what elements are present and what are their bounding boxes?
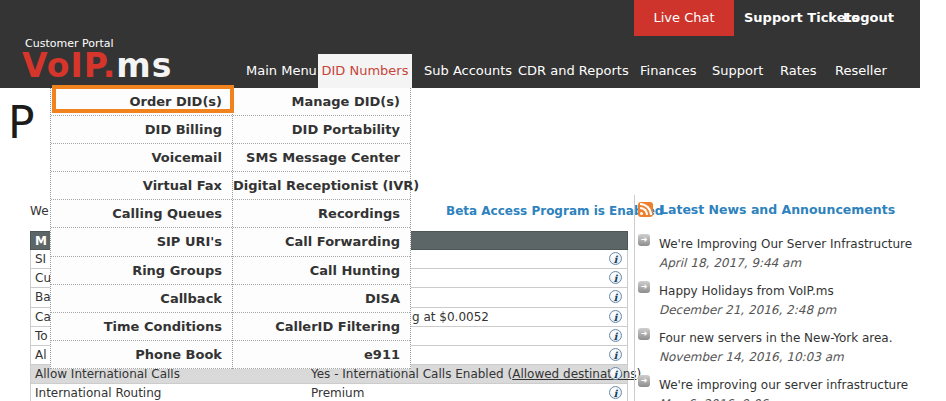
row-value: Yes - International Calls Enabled (Allow… (311, 367, 641, 381)
logout-link[interactable]: Logout (843, 0, 894, 36)
row-value: Premium (311, 386, 364, 400)
nav-item-finances[interactable]: Finances (640, 54, 697, 88)
nav-item-support[interactable]: Support (712, 54, 763, 88)
menu-item-disa[interactable]: DISA (233, 285, 410, 313)
news-item: ➜ Happy Holidays from VoIP.ms December 2… (638, 280, 926, 318)
news-item-date: December 21, 2016, 2:48 pm (659, 303, 836, 317)
row-value-partial: g at $0.0052 (412, 310, 489, 324)
menu-item-order-dids[interactable]: Order DID(s) (51, 88, 232, 116)
row-label: To (35, 329, 48, 343)
news-item: ➜ We're improving our server infrastruct… (638, 374, 926, 401)
news-panel: Latest News and Announcements ➜ We're Im… (634, 195, 926, 401)
news-item-date: November 14, 2016, 10:03 am (659, 350, 844, 364)
info-icon[interactable]: i (609, 329, 622, 342)
news-item: ➜ Four new servers in the New-York area.… (638, 327, 926, 365)
news-panel-title: Latest News and Announcements (660, 202, 895, 217)
arrow-icon[interactable]: ➜ (638, 281, 650, 293)
info-icon[interactable]: i (609, 386, 622, 399)
menu-item-voicemail[interactable]: Voicemail (51, 144, 232, 172)
table-row-international-routing: International Routing Premium i (30, 384, 628, 401)
menu-item-sip-uris[interactable]: SIP URI's (51, 228, 232, 256)
menu-item-time-conditions[interactable]: Time Conditions (51, 313, 232, 341)
dropdown-left-column: Order DID(s) DID Billing Voicemail Virtu… (51, 88, 233, 369)
news-item-title[interactable]: We're Improving Our Server Infrastructur… (659, 237, 912, 251)
dropdown-right-column: Manage DID(s) DID Portability SMS Messag… (233, 88, 410, 369)
voipms-logo[interactable]: VoIP.ms (22, 46, 172, 85)
menu-item-virtual-fax[interactable]: Virtual Fax (51, 172, 232, 200)
site-header: Live Chat Support Tickets Logout Custome… (0, 0, 920, 88)
menu-item-call-hunting[interactable]: Call Hunting (233, 257, 410, 285)
row-label: Allow International Calls (35, 367, 180, 381)
news-item-title[interactable]: Four new servers in the New-York area. (659, 331, 893, 345)
did-numbers-dropdown-menu: Order DID(s) DID Billing Voicemail Virtu… (50, 88, 411, 369)
menu-item-recordings[interactable]: Recordings (233, 200, 410, 228)
beta-access-banner[interactable]: Beta Access Program is Enabled (446, 204, 663, 218)
logo-text-red: VoIP. (22, 46, 116, 85)
menu-item-e911[interactable]: e911 (233, 341, 410, 369)
menu-item-manage-dids[interactable]: Manage DID(s) (233, 88, 410, 116)
info-icon[interactable]: i (609, 271, 622, 284)
news-item-date: April 18, 2017, 9:44 am (659, 256, 801, 270)
nav-item-main-menu[interactable]: Main Menu (246, 54, 317, 88)
nav-item-reseller[interactable]: Reseller (835, 54, 887, 88)
row-label: Ca (35, 310, 51, 324)
menu-item-sms-message-center[interactable]: SMS Message Center (233, 144, 410, 172)
news-item-date: May 6, 2016, 9:06 am (659, 397, 791, 401)
menu-item-digital-receptionist-ivr[interactable]: Digital Receptionist (IVR) (233, 172, 410, 200)
menu-item-callerid-filtering[interactable]: CallerID Filtering (233, 313, 410, 341)
news-item-title[interactable]: We're improving our server infrastructur… (659, 378, 908, 392)
nav-item-cdr-and-reports[interactable]: CDR and Reports (518, 54, 629, 88)
logo-text-white: ms (116, 46, 172, 85)
row-label: SI (35, 252, 46, 266)
info-icon[interactable]: i (609, 310, 622, 323)
rss-icon (638, 202, 653, 217)
live-chat-button[interactable]: Live Chat (634, 0, 734, 36)
menu-item-phone-book[interactable]: Phone Book (51, 341, 232, 369)
info-icon[interactable]: i (609, 252, 622, 265)
news-item-title[interactable]: Happy Holidays from VoIP.ms (659, 284, 834, 298)
value-prefix: Yes - International Calls Enabled ( (311, 367, 512, 381)
welcome-text-partial: We (30, 204, 49, 218)
nav-item-sub-accounts[interactable]: Sub Accounts (424, 54, 512, 88)
row-label: Ba (35, 290, 51, 304)
nav-item-did-numbers[interactable]: DID Numbers (318, 54, 412, 88)
menu-item-calling-queues[interactable]: Calling Queues (51, 200, 232, 228)
menu-item-call-forwarding[interactable]: Call Forwarding (233, 228, 410, 256)
news-item: ➜ We're Improving Our Server Infrastruct… (638, 233, 926, 271)
arrow-icon[interactable]: ➜ (638, 328, 650, 340)
menu-item-callback[interactable]: Callback (51, 285, 232, 313)
arrow-icon[interactable]: ➜ (638, 375, 650, 387)
page-title-partial: P (8, 97, 35, 148)
arrow-icon[interactable]: ➜ (638, 234, 650, 246)
nav-item-rates[interactable]: Rates (780, 54, 817, 88)
menu-item-ring-groups[interactable]: Ring Groups (51, 257, 232, 285)
menu-item-did-portability[interactable]: DID Portability (233, 116, 410, 144)
info-icon[interactable]: i (609, 290, 622, 303)
row-label: International Routing (35, 386, 161, 400)
row-label: Al (35, 348, 47, 362)
menu-item-did-billing[interactable]: DID Billing (51, 116, 232, 144)
info-icon[interactable]: i (609, 348, 622, 361)
row-label: Cu (35, 271, 51, 285)
